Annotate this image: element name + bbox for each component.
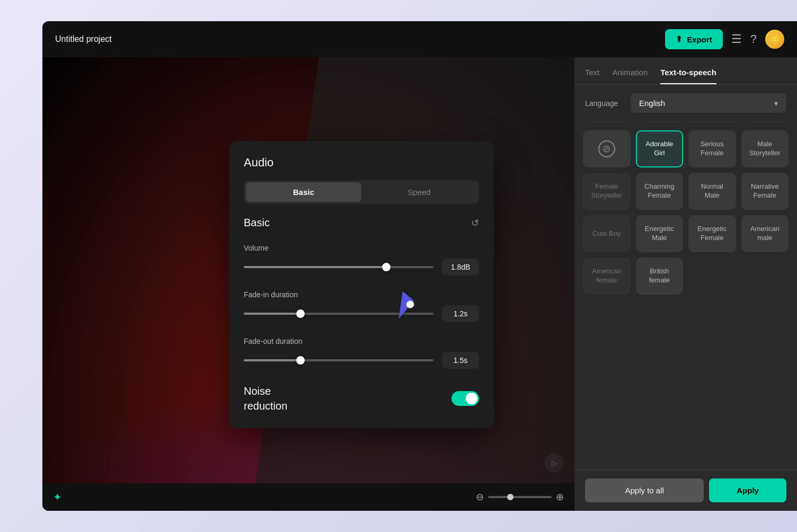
voice-card-british-female[interactable]: British female xyxy=(636,258,684,295)
voice-card-female-storyteller[interactable]: Female Storyteller xyxy=(583,173,631,210)
volume-fill xyxy=(244,266,386,268)
language-label: Language xyxy=(585,99,622,108)
fadein-value: 1.2s xyxy=(442,305,479,322)
volume-control: 1.8dB xyxy=(244,259,479,276)
chevron-down-icon: ▾ xyxy=(774,99,778,108)
project-title: Untitled project xyxy=(55,34,665,44)
voice-card-energetic-male[interactable]: Energetic Male xyxy=(636,215,684,252)
audio-section-header: Basic ↺ xyxy=(244,217,479,229)
reset-icon[interactable]: ↺ xyxy=(471,217,479,229)
fadein-slider[interactable] xyxy=(244,313,433,315)
main-content: Audio Basic Speed Basic ↺ Volume xyxy=(42,57,797,511)
zoom-out-button[interactable]: ⊖ xyxy=(476,491,484,503)
menu-icon[interactable]: ☰ xyxy=(731,32,742,46)
voice-card-serious-female[interactable]: Serious Female xyxy=(688,130,736,167)
apply-to-all-button[interactable]: Apply to all xyxy=(585,478,704,502)
volume-slider[interactable] xyxy=(244,266,433,268)
voice-card-male-storyteller[interactable]: Male Storyteller xyxy=(741,130,789,167)
voice-card-narrative-female[interactable]: Narrative Female xyxy=(741,173,789,210)
export-button[interactable]: Export xyxy=(665,29,723,49)
right-panel-tabs: Text Animation Text-to-speech xyxy=(574,57,797,85)
noise-row: Noisereduction xyxy=(244,384,479,413)
video-area: Audio Basic Speed Basic ↺ Volume xyxy=(42,57,574,483)
zoom-slider[interactable] xyxy=(488,496,552,498)
fadein-fill xyxy=(244,313,300,315)
audio-section-label: Basic xyxy=(244,217,270,229)
zoom-in-button[interactable]: ⊕ xyxy=(556,491,564,503)
audio-modal-title: Audio xyxy=(244,156,479,170)
fadeout-fill xyxy=(244,359,300,361)
zoom-controls: ⊖ ⊕ xyxy=(476,491,564,503)
fadeout-thumb[interactable] xyxy=(296,356,305,365)
language-selector[interactable]: English ▾ xyxy=(631,93,786,113)
right-panel: Text Animation Text-to-speech Language E… xyxy=(574,57,797,511)
voice-card-cute-boy[interactable]: Cute Boy xyxy=(583,215,631,252)
noise-toggle[interactable] xyxy=(451,391,479,406)
toggle-knob xyxy=(466,393,477,404)
app-container: Untitled project Export ☰ ? 🪙 xyxy=(42,21,797,511)
fadeout-value: 1.5s xyxy=(442,352,479,369)
header-actions: Export ☰ ? 🪙 xyxy=(665,29,784,49)
volume-thumb[interactable] xyxy=(382,263,391,271)
bottom-action-bar: Apply to all Apply xyxy=(574,469,797,511)
noise-label: Noisereduction xyxy=(244,384,287,413)
fadeout-control: 1.5s xyxy=(244,352,479,369)
upload-icon xyxy=(676,34,683,44)
tab-animation[interactable]: Animation xyxy=(613,68,648,84)
volume-row: Volume 1.8dB xyxy=(244,244,479,276)
audio-tabs: Basic Speed xyxy=(244,180,479,204)
apply-button[interactable]: Apply xyxy=(709,478,786,502)
voice-card-charming-female[interactable]: Charming Female xyxy=(636,173,684,210)
volume-value: 1.8dB xyxy=(442,259,479,276)
voice-grid: ⊘ Adorable Girl Serious Female Male Stor… xyxy=(574,122,797,469)
header: Untitled project Export ☰ ? 🪙 xyxy=(42,21,797,57)
audio-modal: Audio Basic Speed Basic ↺ Volume xyxy=(229,141,494,428)
fadeout-slider[interactable] xyxy=(244,359,433,361)
tab-basic[interactable]: Basic xyxy=(246,182,361,202)
fadein-thumb[interactable] xyxy=(296,309,305,318)
language-value: English xyxy=(639,99,665,108)
user-avatar[interactable]: 🪙 xyxy=(765,30,784,49)
export-label: Export xyxy=(687,35,712,44)
tab-tts[interactable]: Text-to-speech xyxy=(660,68,716,84)
voice-card-american-male[interactable]: American male xyxy=(741,215,789,252)
voice-card-normal-male[interactable]: Normal Male xyxy=(688,173,736,210)
no-voice-icon: ⊘ xyxy=(598,140,615,157)
tab-text[interactable]: Text xyxy=(585,68,600,84)
voice-card-energetic-female[interactable]: Energetic Female xyxy=(688,215,736,252)
fadein-control: 1.2s xyxy=(244,305,479,322)
voice-card-none[interactable]: ⊘ xyxy=(583,130,631,167)
zoom-thumb xyxy=(507,494,513,500)
voice-card-adorable-girl[interactable]: Adorable Girl xyxy=(636,130,684,167)
voice-card-american-female[interactable]: American female xyxy=(583,258,631,295)
timeline-bar: ✦ ⊖ ⊕ xyxy=(42,483,574,511)
tab-speed[interactable]: Speed xyxy=(361,182,477,202)
fadeout-label: Fade-out duration xyxy=(244,337,479,345)
volume-label: Volume xyxy=(244,244,479,252)
timeline-icon[interactable]: ✦ xyxy=(53,491,62,503)
help-icon[interactable]: ? xyxy=(750,32,757,46)
language-row: Language English ▾ xyxy=(574,85,797,122)
fadein-label: Fade-in duration xyxy=(244,290,479,299)
fadein-row: Fade-in duration 1.2s xyxy=(244,290,479,322)
fadeout-row: Fade-out duration 1.5s xyxy=(244,337,479,369)
video-panel: Audio Basic Speed Basic ↺ Volume xyxy=(42,57,574,511)
